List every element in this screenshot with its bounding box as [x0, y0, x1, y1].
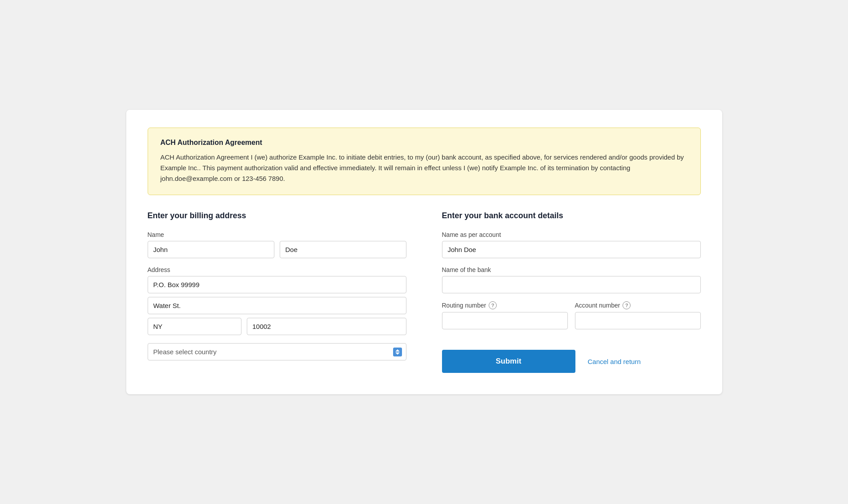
address-line2-input[interactable]	[148, 297, 406, 314]
address-label: Address	[148, 266, 406, 273]
billing-column: Enter your billing address Name Address	[148, 211, 406, 373]
agreement-text: ACH Authorization Agreement I (we) autho…	[161, 152, 688, 184]
account-name-input[interactable]	[442, 241, 701, 258]
name-label: Name	[148, 231, 406, 238]
account-name-field-group: Name as per account	[442, 231, 701, 258]
first-name-input[interactable]	[148, 241, 274, 258]
account-number-input[interactable]	[575, 312, 701, 329]
country-field-group: Please select country United States Cana…	[148, 343, 406, 360]
zip-input[interactable]	[247, 318, 406, 335]
cancel-link[interactable]: Cancel and return	[588, 358, 641, 365]
submit-button[interactable]: Submit	[442, 350, 575, 373]
last-name-input[interactable]	[280, 241, 406, 258]
bank-name-field-group: Name of the bank	[442, 266, 701, 293]
billing-section-title: Enter your billing address	[148, 211, 406, 220]
agreement-box: ACH Authorization Agreement ACH Authoriz…	[148, 128, 701, 195]
bank-column: Enter your bank account details Name as …	[442, 211, 701, 373]
account-number-label: Account number	[575, 302, 620, 309]
state-input[interactable]	[148, 318, 241, 335]
bank-section-title: Enter your bank account details	[442, 211, 701, 220]
address-field-group: Address	[148, 266, 406, 335]
account-name-label: Name as per account	[442, 231, 701, 238]
routing-account-row: Routing number ? Account number ?	[442, 301, 701, 337]
routing-label: Routing number	[442, 302, 486, 309]
country-select[interactable]: Please select country United States Cana…	[148, 343, 406, 360]
routing-help-icon[interactable]: ?	[489, 301, 497, 309]
page-container: ACH Authorization Agreement ACH Authoriz…	[126, 110, 722, 394]
country-select-wrapper: Please select country United States Cana…	[148, 343, 406, 360]
name-row	[148, 241, 406, 258]
submit-row: Submit Cancel and return	[442, 350, 701, 373]
address-state-zip-row	[148, 318, 406, 335]
routing-label-row: Routing number ?	[442, 301, 568, 309]
address-line1-input[interactable]	[148, 276, 406, 293]
agreement-title: ACH Authorization Agreement	[161, 139, 688, 147]
bank-name-label: Name of the bank	[442, 266, 701, 273]
account-number-field-group: Account number ?	[575, 301, 701, 329]
account-help-icon[interactable]: ?	[623, 301, 631, 309]
name-field-group: Name	[148, 231, 406, 258]
bank-name-input[interactable]	[442, 276, 701, 293]
form-columns: Enter your billing address Name Address	[148, 211, 701, 373]
routing-field-group: Routing number ?	[442, 301, 568, 329]
account-label-row: Account number ?	[575, 301, 701, 309]
routing-number-input[interactable]	[442, 312, 568, 329]
